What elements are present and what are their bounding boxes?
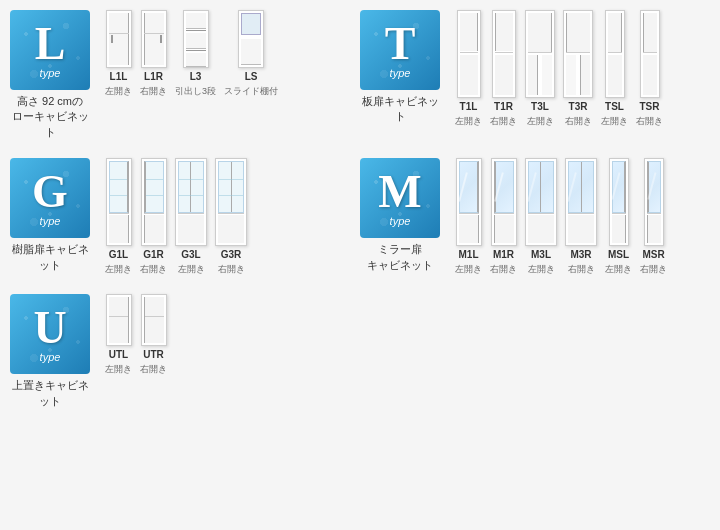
- page: L type 高さ 92 cmの ローキャビネット L1L: [0, 0, 720, 437]
- TSR-img: [640, 10, 660, 98]
- L1R-img: [141, 10, 167, 68]
- M3R-label: 右開き: [568, 263, 595, 276]
- list-item: MSL 左開き: [605, 158, 632, 276]
- G-section-label: 樹脂扉キャビネット: [10, 242, 90, 273]
- M3R-code: M3R: [570, 249, 591, 260]
- U-items: UTL 左開き UTR 右開き: [105, 294, 167, 376]
- TSL-code: TSL: [605, 101, 624, 112]
- L-type-block: L type 高さ 92 cmの ローキャビネット: [10, 10, 90, 140]
- M-type-word: type: [390, 215, 411, 227]
- T1R-img: [492, 10, 516, 98]
- TSL-label: 左開き: [601, 115, 628, 128]
- U-letter: U: [33, 305, 66, 351]
- list-item: M3L 左開き: [525, 158, 557, 276]
- M1R-label: 右開き: [490, 263, 517, 276]
- list-item: G1L 左開き: [105, 158, 132, 276]
- G3R-img: [215, 158, 247, 246]
- MSL-label: 左開き: [605, 263, 632, 276]
- G1L-label: 左開き: [105, 263, 132, 276]
- L-section: L type 高さ 92 cmの ローキャビネット L1L: [10, 10, 360, 140]
- L-items: L1L 左開き L1R 右開き: [105, 10, 278, 98]
- G-letter: G: [32, 169, 68, 215]
- M3L-code: M3L: [531, 249, 551, 260]
- T-type-word: type: [390, 67, 411, 79]
- list-item: M3R 右開き: [565, 158, 597, 276]
- M1L-img: [456, 158, 482, 246]
- M-section-label: ミラー扉 キャビネット: [360, 242, 440, 273]
- list-item: LS スライド棚付: [224, 10, 278, 98]
- list-item: M1L 左開き: [455, 158, 482, 276]
- M-items: M1L 左開き M1R 右開き: [455, 158, 667, 276]
- U-type-block: U type 上置きキャビネット: [10, 294, 90, 409]
- T1L-img: [457, 10, 481, 98]
- list-item: T3R 右開き: [563, 10, 593, 128]
- T-items: T1L 左開き T1R 右開き: [455, 10, 663, 128]
- L1L-img: [106, 10, 132, 68]
- M1R-img: [491, 158, 517, 246]
- L3-label: 引出し3段: [175, 85, 216, 98]
- T1L-label: 左開き: [455, 115, 482, 128]
- T3L-img: [525, 10, 555, 98]
- TSL-img: [605, 10, 625, 98]
- L-badge: L type: [10, 10, 90, 90]
- L3-img: [183, 10, 209, 68]
- list-item: TSL 左開き: [601, 10, 628, 128]
- M3L-img: [525, 158, 557, 246]
- G-type-word: type: [40, 215, 61, 227]
- UTL-img: [106, 294, 132, 346]
- list-item: UTL 左開き: [105, 294, 132, 376]
- TSR-label: 右開き: [636, 115, 663, 128]
- G3R-code: G3R: [221, 249, 242, 260]
- LS-img: [238, 10, 264, 68]
- L1R-code: L1R: [144, 71, 163, 82]
- list-item: T3L 左開き: [525, 10, 555, 128]
- G1R-code: G1R: [143, 249, 164, 260]
- MSL-code: MSL: [608, 249, 629, 260]
- section-row-1: L type 高さ 92 cmの ローキャビネット L1L: [10, 10, 710, 140]
- G-type-block: G type 樹脂扉キャビネット: [10, 158, 90, 273]
- U-section: U type 上置きキャビネット UTL 左開き: [10, 294, 167, 409]
- M-section: M type ミラー扉 キャビネット: [360, 158, 710, 276]
- G-badge: G type: [10, 158, 90, 238]
- T-badge: T type: [360, 10, 440, 90]
- M-type-block: M type ミラー扉 キャビネット: [360, 158, 440, 273]
- M-letter: M: [378, 169, 421, 215]
- list-item: G3L 左開き: [175, 158, 207, 276]
- section-row-3: U type 上置きキャビネット UTL 左開き: [10, 294, 710, 409]
- U-type-word: type: [40, 351, 61, 363]
- L1R-label: 右開き: [140, 85, 167, 98]
- G3L-img: [175, 158, 207, 246]
- G-items: G1L 左開き G1R: [105, 158, 247, 276]
- list-item: L3 引出し3段: [175, 10, 216, 98]
- MSR-code: MSR: [642, 249, 664, 260]
- T-section-label: 板扉キャビネット: [360, 94, 440, 125]
- T3L-code: T3L: [531, 101, 549, 112]
- T-type-block: T type 板扉キャビネット: [360, 10, 440, 125]
- list-item: UTR 右開き: [140, 294, 167, 376]
- list-item: MSR 右開き: [640, 158, 667, 276]
- T3R-code: T3R: [569, 101, 588, 112]
- M3L-label: 左開き: [528, 263, 555, 276]
- G3R-label: 右開き: [218, 263, 245, 276]
- LS-code: LS: [245, 71, 258, 82]
- list-item: G3R 右開き: [215, 158, 247, 276]
- G3L-code: G3L: [181, 249, 200, 260]
- T-section: T type 板扉キャビネット T1L 左開き: [360, 10, 710, 128]
- L3-code: L3: [190, 71, 202, 82]
- T3R-label: 右開き: [565, 115, 592, 128]
- section-row-2: G type 樹脂扉キャビネット: [10, 158, 710, 276]
- G3L-label: 左開き: [178, 263, 205, 276]
- list-item: L1R 右開き: [140, 10, 167, 98]
- TSR-code: TSR: [640, 101, 660, 112]
- L-section-label: 高さ 92 cmの ローキャビネット: [10, 94, 90, 140]
- T-letter: T: [385, 21, 416, 67]
- UTL-label: 左開き: [105, 363, 132, 376]
- G1L-img: [106, 158, 132, 246]
- UTR-img: [141, 294, 167, 346]
- T3R-img: [563, 10, 593, 98]
- L1L-label: 左開き: [105, 85, 132, 98]
- MSR-label: 右開き: [640, 263, 667, 276]
- LS-label: スライド棚付: [224, 85, 278, 98]
- M3R-img: [565, 158, 597, 246]
- list-item: L1L 左開き: [105, 10, 132, 98]
